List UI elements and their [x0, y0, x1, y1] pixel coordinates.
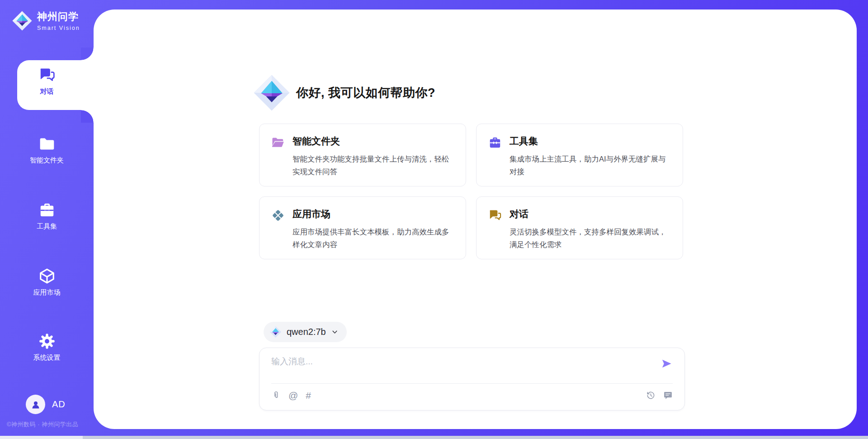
- attach-button[interactable]: [271, 391, 281, 400]
- sidebar-item-label: 对话: [40, 87, 54, 96]
- message-square-icon: [663, 391, 673, 400]
- cube-icon: [38, 267, 56, 285]
- avatar: [26, 395, 45, 414]
- greeting-block: 你好, 我可以如何帮助你?: [253, 74, 435, 112]
- brand-name: 神州问学: [37, 10, 80, 24]
- history-icon: [646, 391, 656, 400]
- topic-button[interactable]: #: [306, 391, 311, 400]
- card-description: 应用市场提供丰富长文本模板，助力高效生成多样化文章内容: [292, 225, 455, 251]
- card-description: 智能文件夹功能支持批量文件上传与清洗，轻松实现文件问答: [292, 153, 455, 178]
- brand-subtitle: Smart Vision: [37, 25, 80, 31]
- sidebar-item-chat[interactable]: 对话: [0, 67, 94, 96]
- send-button[interactable]: [660, 358, 673, 370]
- history-button[interactable]: [646, 391, 656, 400]
- briefcase-icon: [38, 201, 56, 219]
- mention-button[interactable]: @: [288, 391, 298, 400]
- tab-fillet-bottom: [81, 110, 94, 123]
- sidebar-item-label: 系统设置: [33, 353, 61, 362]
- sidebar-item-label: 工具集: [37, 222, 57, 231]
- message-input[interactable]: [271, 355, 660, 367]
- scrollbar-thumb[interactable]: [0, 436, 83, 439]
- horizontal-scrollbar[interactable]: [0, 436, 868, 439]
- card-title: 工具集: [509, 135, 672, 148]
- card-title: 应用市场: [292, 208, 455, 220]
- message-composer: @ #: [259, 348, 685, 410]
- card-smart-folder[interactable]: 智能文件夹 智能文件夹功能支持批量文件上传与清洗，轻松实现文件问答: [259, 124, 466, 186]
- chat-icon: [38, 67, 56, 84]
- chevron-down-icon: [331, 328, 339, 336]
- feedback-button[interactable]: [663, 391, 673, 400]
- sidebar-item-settings[interactable]: 系统设置: [0, 333, 94, 362]
- sidebar-item-market[interactable]: 应用市场: [0, 267, 94, 297]
- model-selector[interactable]: qwen2:7b: [264, 322, 347, 342]
- card-chat[interactable]: 对话 灵活切换多模型文件，支持多样回复效果调试，满足个性化需求: [476, 196, 683, 259]
- brand-diamond-icon: [12, 10, 33, 31]
- card-title: 智能文件夹: [292, 135, 455, 148]
- card-description: 灵活切换多模型文件，支持多样回复效果调试，满足个性化需求: [509, 225, 672, 251]
- feature-cards: 智能文件夹 智能文件夹功能支持批量文件上传与清洗，轻松实现文件问答 工具集 集成…: [259, 124, 683, 259]
- model-name: qwen2:7b: [287, 327, 326, 337]
- sidebar-item-label: 应用市场: [33, 288, 61, 297]
- hash-icon: #: [306, 391, 311, 400]
- user-profile[interactable]: AD: [26, 395, 66, 414]
- card-toolset[interactable]: 工具集 集成市场上主流工具，助力AI与外界无缝扩展与对接: [476, 124, 683, 186]
- card-app-market[interactable]: 应用市场 应用市场提供丰富长文本模板，助力高效生成多样化文章内容: [259, 196, 466, 259]
- card-description: 集成市场上主流工具，助力AI与外界无缝扩展与对接: [509, 153, 672, 178]
- chat-icon: [488, 209, 502, 222]
- gear-icon: [38, 333, 56, 350]
- sidebar-item-folders[interactable]: 智能文件夹: [0, 135, 94, 165]
- greeting-title: 你好, 我可以如何帮助你?: [296, 85, 435, 101]
- sidebar-item-label: 智能文件夹: [30, 156, 64, 165]
- tab-fillet-top: [81, 48, 94, 60]
- at-icon: @: [288, 391, 298, 400]
- folder-open-icon: [271, 136, 285, 149]
- copyright-text: ©神州数码 · 神州问学出品: [7, 420, 78, 429]
- user-label: AD: [52, 399, 66, 410]
- sidebar-item-tools[interactable]: 工具集: [0, 201, 94, 231]
- briefcase-icon: [488, 136, 502, 149]
- folder-icon: [38, 135, 56, 153]
- content-column: 你好, 我可以如何帮助你? 智能文件夹 智能文件夹功能支持批量文件上传与清洗，轻…: [259, 10, 685, 429]
- model-diamond-icon: [269, 326, 282, 338]
- sidebar: 神州问学 Smart Vision 对话 智能文件夹 工具集: [0, 0, 94, 439]
- paperclip-icon: [271, 391, 281, 400]
- greeting-diamond-icon: [253, 74, 291, 112]
- main-panel: 你好, 我可以如何帮助你? 智能文件夹 智能文件夹功能支持批量文件上传与清洗，轻…: [94, 10, 857, 429]
- grid-cube-icon: [271, 209, 285, 222]
- card-title: 对话: [509, 208, 672, 220]
- send-icon: [660, 358, 673, 370]
- person-icon: [30, 399, 42, 410]
- brand-logo: 神州问学 Smart Vision: [12, 10, 80, 31]
